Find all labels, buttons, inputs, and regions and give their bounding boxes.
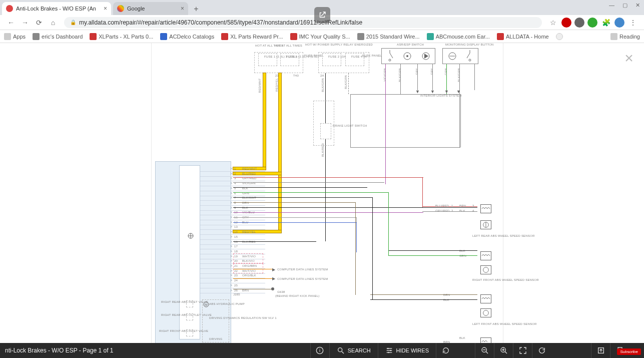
- pin-connector-icon: >: [230, 254, 232, 258]
- sensor-circle: [480, 220, 491, 229]
- wire: [422, 177, 423, 207]
- favicon: [6, 5, 13, 12]
- arrow-right-icon: ▶: [272, 276, 275, 281]
- wire: [233, 222, 356, 223]
- wire: [422, 211, 477, 212]
- wire-color-label: VIO/GRN: [383, 68, 386, 82]
- highlighted-wire[interactable]: [263, 73, 266, 169]
- reset-button[interactable]: [532, 343, 551, 358]
- wire: [233, 278, 272, 279]
- star-icon[interactable]: ☆: [547, 17, 559, 29]
- extension-icon[interactable]: [574, 18, 584, 28]
- wire: [356, 217, 357, 222]
- bookmark-item[interactable]: XLParts - XL Parts 0...: [90, 33, 153, 40]
- fit-button[interactable]: [513, 343, 532, 358]
- profile-icon[interactable]: [614, 18, 624, 28]
- extension-icon[interactable]: [587, 18, 597, 28]
- bookmark-item[interactable]: ABCmouse.com Ear...: [427, 33, 490, 40]
- monitor-button: [442, 48, 478, 64]
- zoom-out-button[interactable]: [475, 343, 494, 358]
- brake-label: BRAKE LIGHT SWITCH: [333, 124, 353, 127]
- pin-row: [200, 221, 265, 225]
- adj-pin-label: GRY/RED: [435, 209, 450, 212]
- youtube-subscribe-overlay[interactable]: Subscribe: [617, 348, 641, 355]
- minimize-icon[interactable]: —: [609, 2, 614, 9]
- bookmark-item[interactable]: ACDelco Catalogs: [160, 33, 214, 40]
- pin-number: 15: [234, 235, 238, 238]
- bookmark-item[interactable]: ALLDATA - Home: [497, 33, 549, 40]
- tab-inactive[interactable]: Google ×: [113, 2, 188, 15]
- tab-label: Anti-Lock Brakes - W/O ESP (An: [16, 6, 96, 12]
- close-icon[interactable]: ×: [181, 5, 184, 12]
- module-label: RIGHT REAR ABS OUTLET VALVE: [161, 313, 185, 316]
- reading-list-button[interactable]: Reading: [610, 33, 640, 40]
- pin-connector-icon: >: [230, 167, 232, 170]
- pin-connector-icon: >: [230, 210, 232, 214]
- menu-icon[interactable]: ⋮: [627, 17, 639, 29]
- maximize-icon[interactable]: ▢: [622, 2, 627, 9]
- wire-color-label: GRY: [415, 68, 418, 75]
- hide-wires-button[interactable]: HIDE WIRES: [378, 343, 436, 358]
- pin-number: 13: [234, 225, 238, 228]
- tab-label: Google: [127, 6, 145, 12]
- new-tab-button[interactable]: +: [190, 3, 202, 15]
- puzzle-icon[interactable]: 🧩: [600, 17, 612, 29]
- pin-color: ORG/BLK: [242, 274, 256, 277]
- search-button[interactable]: SEARCH: [329, 343, 378, 358]
- bookmarks-bar: Apps eric's Dashboard XLParts - XL Parts…: [0, 30, 644, 43]
- svg-line-8: [467, 53, 470, 58]
- wire: [315, 241, 316, 242]
- back-icon[interactable]: ←: [5, 17, 17, 29]
- pin-connector-icon: >: [230, 244, 232, 248]
- j2a-label: 2A: [320, 74, 324, 77]
- pin-row: [200, 284, 265, 288]
- content-area: × HOT AT ALL TIMES HOT AT ALL TIMES HOT …: [0, 43, 644, 343]
- arrow-right-icon: ▶: [272, 267, 275, 272]
- svg-point-28: [388, 352, 389, 353]
- bookmark-item[interactable]: IMC Your Quality S...: [290, 33, 350, 40]
- reload-icon[interactable]: ⟳: [33, 17, 45, 29]
- refresh-button[interactable]: [436, 343, 455, 358]
- arrow-down-icon: ▼: [415, 89, 420, 94]
- pin-connector-icon: >: [230, 230, 232, 233]
- extension-icon[interactable]: [561, 18, 571, 28]
- pin-connector-icon: >: [230, 264, 232, 267]
- forward-icon[interactable]: →: [19, 17, 31, 29]
- pin-connector-icon: >: [230, 215, 232, 219]
- pin-number: 24: [234, 279, 238, 282]
- fuse1-label: FUSE 1 (2.0L) 3 (2.5L): [264, 55, 281, 58]
- pin-row: [200, 225, 265, 230]
- bookmark-item[interactable]: 2015 Standard Wire...: [357, 33, 420, 40]
- junction-dot: [271, 287, 274, 290]
- info-button[interactable]: i: [310, 343, 329, 358]
- wire-color-label: GRY: [430, 68, 433, 75]
- favicon: [117, 5, 124, 12]
- wire: [350, 94, 351, 147]
- bookmark-item[interactable]: [556, 33, 565, 40]
- close-overlay-button[interactable]: ×: [620, 49, 638, 67]
- home-icon[interactable]: ⌂: [47, 17, 59, 29]
- fuse4-label: FUSE 4 5A: [351, 55, 365, 58]
- wire: [370, 294, 477, 295]
- wiring-diagram[interactable]: HOT AT ALL TIMES HOT AT ALL TIMES HOT W/…: [0, 43, 644, 343]
- close-icon[interactable]: ×: [104, 5, 107, 12]
- valve-box: [186, 313, 193, 320]
- hot-label: HOT W/ POWER SUPPLY RELAY ENERGIZED: [305, 43, 345, 46]
- t40-label: T40: [293, 74, 299, 77]
- tab-active[interactable]: Anti-Lock Brakes - W/O ESP (An ×: [2, 2, 111, 15]
- sensor-label: LEFT REAR ABS WHEEL SPEED SENSOR: [472, 234, 500, 237]
- apps-button[interactable]: Apps: [4, 33, 26, 40]
- zoom-in-button[interactable]: [494, 343, 513, 358]
- sensor-coil: [480, 337, 491, 343]
- url-bar[interactable]: 🔒 my.alldata.com/repair/#/repair/article…: [64, 17, 542, 28]
- export-button[interactable]: [591, 343, 610, 358]
- data-lines-label: COMPUTER DATA LINES SYSTEM: [277, 268, 328, 271]
- wire: [233, 289, 272, 289]
- pin-color: RED/WHT: [242, 167, 257, 170]
- close-window-icon[interactable]: ✕: [635, 2, 640, 9]
- bookmark-item[interactable]: XL Parts Reward Pr...: [221, 33, 283, 40]
- bookmark-item[interactable]: eric's Dashboard: [33, 33, 83, 40]
- open-new-tab-overlay[interactable]: [314, 7, 330, 23]
- pin-connector-icon: >: [230, 240, 232, 243]
- highlighted-wire[interactable]: [279, 73, 281, 232]
